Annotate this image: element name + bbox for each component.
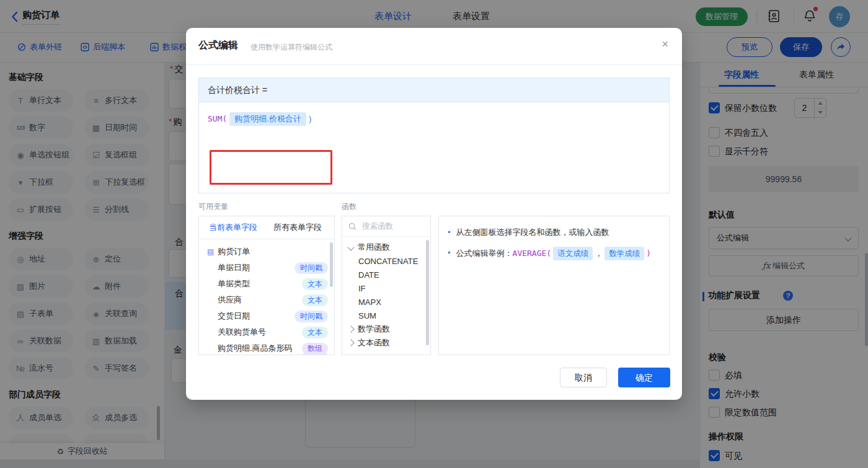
functions-panel: 常用函数CONCATENATEDATEIFMAPXSUM数学函数文本函数 [342,216,431,355]
function-group[interactable]: 数学函数 [342,322,430,336]
variable-row[interactable]: 交货日期时间戳 [199,308,334,324]
modal-subtitle: 使用数学运算符编辑公式 [250,42,332,53]
chevron-right-icon [347,325,354,332]
field-chip[interactable]: 购货明细.价税合计 [229,112,306,126]
function-group-label: 文本函数 [358,337,390,348]
app-root: 购货订单 表单设计 表单设置 数据管理 存 表单外链 后端脚本 数据权限 预览 … [0,0,868,468]
confirm-button[interactable]: 确定 [618,368,670,387]
tip-line: • 从左侧面板选择字段名和函数，或输入函数 [448,226,660,239]
field-chip: 数学成绩 [604,247,644,260]
variable-name: 单据日期 [218,262,250,273]
cancel-button[interactable]: 取消 [560,368,607,387]
function-item[interactable]: IF [342,281,430,295]
formula-edit-modal: 公式编辑 使用数学运算符编辑公式 × 合计价税合计 = SUM(购货明细.价税合… [186,28,682,400]
function-group-label: 数学函数 [358,324,390,335]
search-input[interactable] [361,221,419,231]
variable-name: 供应商 [218,294,242,306]
modal-title: 公式编辑 [198,39,238,52]
type-badge: 时间戳 [294,262,328,274]
function-search[interactable] [342,216,430,237]
function-group-label: 常用函数 [358,242,390,253]
variable-list: ▤购货订单单据日期时间戳单据类型文本供应商文本交货日期时间戳关联购货单号文本购货… [199,239,334,355]
document-icon: ▤ [207,247,214,256]
functions-panel-label: 函数 [342,201,356,212]
tab-current-form-fields[interactable]: 当前表单字段 [209,222,257,233]
type-badge: 文本 [302,327,328,338]
chevron-down-icon [347,244,354,250]
function-item[interactable]: MAPX [342,295,430,309]
close-paren-token: ) [646,249,651,258]
annotation-highlight-box [210,150,332,185]
variable-row[interactable]: 关联购货单号文本 [199,324,334,340]
function-token: AVERAGE( [513,249,552,258]
variable-name: 关联购货单号 [218,327,266,338]
type-badge: 文本 [302,278,328,290]
tip-example-line: • 公式编辑举例：AVERAGE(语文成绩，数学成绩) [448,247,660,260]
type-badge: 文本 [302,294,328,306]
tree-root-label: 购货订单 [218,246,250,257]
function-item[interactable]: CONCATENATE [342,254,430,268]
formula-editor[interactable]: 合计价税合计 = SUM(购货明细.价税合计) [198,77,670,193]
chevron-right-icon [347,339,354,346]
function-list: 常用函数CONCATENATEDATEIFMAPXSUM数学函数文本函数 [342,237,430,350]
scrollbar-thumb[interactable] [426,240,429,345]
modal-footer: 取消 确定 [560,368,670,387]
modal-header: 公式编辑 使用数学运算符编辑公式 × [186,28,682,65]
variable-row[interactable]: 供应商文本 [199,292,334,308]
variable-name: 购货明细.商品条形码 [218,343,293,354]
close-icon[interactable]: × [662,38,668,50]
variable-name: 单据类型 [218,278,250,289]
function-item[interactable]: SUM [342,309,430,322]
tips-panel: • 从左侧面板选择字段名和函数，或输入函数 • 公式编辑举例：AVERAGE(语… [438,216,670,355]
function-group[interactable]: 文本函数 [342,336,430,350]
function-group[interactable]: 常用函数 [342,241,430,254]
variable-name: 交货日期 [218,311,250,322]
variables-panel: 当前表单字段 所有表单字段 ▤购货订单单据日期时间戳单据类型文本供应商文本交货日… [198,216,335,355]
variables-panel-label: 可用变量 [198,201,228,212]
scrollbar-thumb[interactable] [330,242,333,287]
close-paren-token: ) [309,114,311,123]
variable-row[interactable]: 单据日期时间戳 [199,260,334,276]
search-icon [348,223,356,231]
variable-tree-root[interactable]: ▤购货订单 [199,244,334,260]
type-badge: 时间戳 [294,311,328,322]
field-chip: 语文成绩 [553,247,593,260]
tab-all-form-fields[interactable]: 所有表单字段 [273,222,322,233]
formula-expression[interactable]: SUM(购货明细.价税合计) [199,102,669,126]
function-item[interactable]: DATE [342,268,430,281]
function-token: SUM( [208,114,227,123]
variable-row[interactable]: 单据类型文本 [199,276,334,292]
formula-target-label: 合计价税合计 = [199,78,669,102]
